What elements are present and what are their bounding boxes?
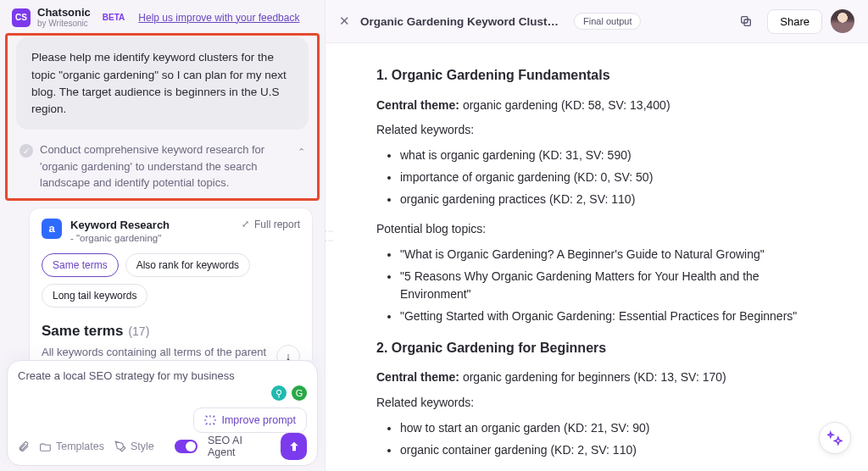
templates-label: Templates [56,441,104,452]
expand-icon: ⤢ [242,219,249,230]
keyword-research-card: a Keyword Research - "organic gardening"… [29,208,313,360]
list-item: organic container gardening (KD: 2, SV: … [400,441,817,460]
copy-icon [739,14,753,28]
final-output-pill: Final output [574,13,641,30]
right-document-pane: ✕ Organic Gardening Keyword Clusters for… [326,0,868,471]
central-theme-line: Central theme: organic gardening (KD: 58… [376,97,817,115]
list-item: organic gardening practices (KD: 2, SV: … [400,191,817,209]
composer-footer: Templates Style SEO AI Agent [18,433,307,460]
list-item: importance of organic gardening (KD: 0, … [400,169,817,187]
assistant-step-text: Conduct comprehensive keyword research f… [40,141,291,191]
copy-button[interactable] [733,8,759,34]
blog-topics-label: Potential blog topics: [376,220,817,239]
send-button[interactable] [281,433,307,460]
chip-long-tail[interactable]: Long tail keywords [42,284,147,308]
document-body[interactable]: 1. Organic Gardening FundamentalsCentral… [326,43,868,471]
section-heading: 2. Organic Gardening for Beginners [376,338,817,359]
list-item: how to start an organic garden (KD: 21, … [400,419,817,438]
chat-scroll: Please help me identify keyword clusters… [0,33,325,360]
related-keywords-label: Related keywords: [376,121,817,140]
style-label: Style [131,441,154,452]
grammarly-icon[interactable]: G [292,385,307,401]
brand-block: Chatsonic by Writesonic [37,7,91,28]
full-report-link[interactable]: ⤢ Full report [242,219,300,230]
chevron-up-icon[interactable]: ⌃ [298,145,305,159]
central-theme-line: Central theme: organic gardening for beg… [376,368,817,387]
sparkle-icon [204,414,216,426]
check-icon: ✓ [19,144,33,158]
full-report-label: Full report [254,219,300,230]
tool-subtitle: - "organic gardening" [70,233,170,243]
related-keywords-list: what is organic gardening (KD: 31, SV: 5… [376,147,817,208]
templates-button[interactable]: Templates [40,441,104,452]
list-item: what is organic gardening (KD: 31, SV: 5… [400,147,817,165]
composer: ⚲ G Improve prompt Templates Style SEO A… [7,360,318,466]
paperclip-icon [18,441,30,452]
composer-input[interactable] [18,369,307,382]
agent-label: SEO AI Agent [208,435,270,458]
agent-toggle[interactable] [175,440,198,453]
tool-header: a Keyword Research - "organic gardening"… [42,219,300,243]
blog-topics-list: "What is Organic Gardening? A Beginner's… [376,246,817,326]
attach-button[interactable] [18,441,30,452]
improve-prompt-button[interactable]: Improve prompt [193,407,307,433]
hint-icon[interactable]: ⚲ [271,385,287,401]
chip-also-rank[interactable]: Also rank for keywords [125,253,250,277]
list-item: "5 Reasons Why Organic Gardening Matters… [400,268,817,304]
user-avatar[interactable] [831,9,854,33]
left-header: CS Chatsonic by Writesonic BETA Help us … [0,0,325,33]
style-button[interactable]: Style [114,441,154,452]
related-keywords-label: Related keywords: [376,394,817,413]
document-title: Organic Gardening Keyword Clusters for B… [360,15,564,28]
tool-title: Keyword Research [70,219,170,231]
section-description: All keywords containing all terms of the… [42,345,270,360]
scroll-down-button[interactable]: ↓ [276,345,300,360]
ai-fab-button[interactable] [819,422,851,454]
folder-icon [40,441,52,452]
assistant-step-row[interactable]: ✓ Conduct comprehensive keyword research… [8,141,317,191]
list-item: "Getting Started with Organic Gardening:… [400,308,817,326]
related-keywords-list: how to start an organic garden (KD: 21, … [376,419,817,459]
close-icon[interactable]: ✕ [339,14,350,29]
section-heading: 1. Organic Gardening Fundamentals [376,65,817,86]
right-actions: Share [733,8,854,34]
feedback-link[interactable]: Help us improve with your feedback [138,12,299,24]
chip-same-terms[interactable]: Same terms [42,253,119,277]
resize-handle[interactable]: ⋮⋮ [325,227,334,246]
ahrefs-icon: a [42,219,62,239]
user-message-bubble: Please help me identify keyword clusters… [16,37,309,130]
section-head: Same terms (17) [42,323,300,340]
magic-icon [827,430,843,446]
left-chat-pane: CS Chatsonic by Writesonic BETA Help us … [0,0,326,471]
brand-subtitle: by Writesonic [37,19,91,28]
arrow-up-icon [287,440,301,453]
beta-badge: BETA [103,13,125,22]
chip-row: Same terms Also rank for keywords Long t… [42,253,300,308]
improve-prompt-label: Improve prompt [221,414,296,426]
brand-name: Chatsonic [37,7,91,19]
section-count: (17) [128,324,149,338]
section-title: Same terms [42,323,123,340]
share-button[interactable]: Share [767,9,822,34]
list-item: "What is Organic Gardening? A Beginner's… [400,246,817,264]
highlighted-region: Please help me identify keyword clusters… [5,33,320,201]
pen-icon [114,441,126,452]
brand-badge: CS [12,8,31,27]
right-header: ✕ Organic Gardening Keyword Clusters for… [326,0,868,43]
